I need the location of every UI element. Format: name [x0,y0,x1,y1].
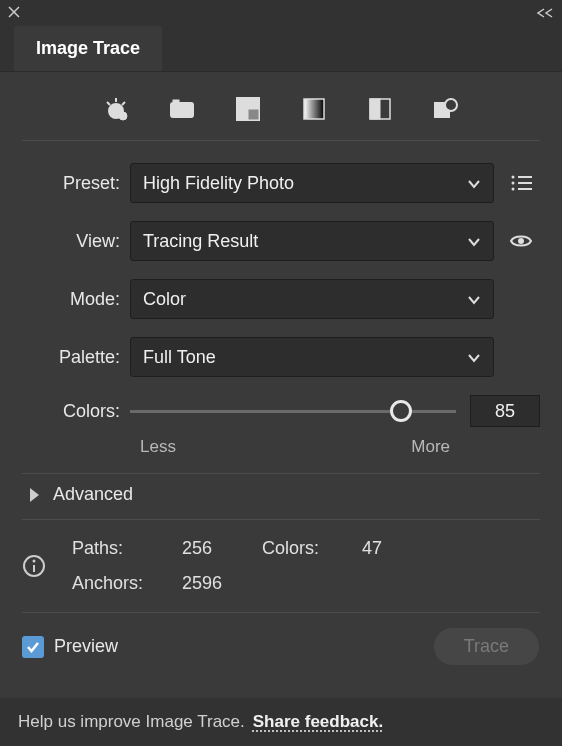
footer-text: Help us improve Image Trace. [18,712,245,732]
preset-label: Preset: [22,173,130,194]
advanced-toggle[interactable]: Advanced [22,474,540,519]
svg-point-20 [512,182,515,185]
anchors-value: 2596 [182,573,262,594]
preset-menu-icon[interactable] [502,175,540,191]
outline-icon[interactable] [431,96,461,122]
svg-rect-11 [237,98,248,109]
colors-value-input[interactable]: 85 [470,395,540,427]
anchors-label: Anchors: [72,573,182,594]
colors-label: Colors: [22,401,130,422]
collapse-icon[interactable] [536,5,554,21]
advanced-label: Advanced [53,484,133,505]
svg-rect-15 [370,99,380,119]
palette-select[interactable]: Full Tone [130,337,494,377]
grayscale-icon[interactable] [299,96,329,122]
eye-icon[interactable] [502,233,540,249]
palette-value: Full Tone [143,347,216,368]
chevron-down-icon [467,289,481,310]
trace-button[interactable]: Trace [433,627,540,666]
mode-select[interactable]: Color [130,279,494,319]
svg-rect-9 [173,100,179,103]
svg-line-4 [122,102,125,105]
svg-rect-12 [248,109,259,120]
high-color-icon[interactable] [167,96,197,122]
view-select[interactable]: Tracing Result [130,221,494,261]
view-value: Tracing Result [143,231,258,252]
slider-max-label: More [411,437,450,457]
info-colors-label: Colors: [262,538,362,559]
preview-checkbox[interactable] [22,636,44,658]
colors-slider[interactable] [130,400,456,422]
preset-value: High Fidelity Photo [143,173,294,194]
svg-point-6 [119,112,127,120]
chevron-down-icon [467,347,481,368]
close-icon[interactable] [8,5,20,21]
svg-rect-13 [304,99,324,119]
view-label: View: [22,231,130,252]
low-color-icon[interactable] [233,96,263,122]
chevron-down-icon [467,173,481,194]
tab-image-trace[interactable]: Image Trace [14,26,162,71]
chevron-down-icon [467,231,481,252]
info-icon [22,554,56,578]
black-white-icon[interactable] [365,96,395,122]
palette-label: Palette: [22,347,130,368]
paths-value: 256 [182,538,262,559]
mode-value: Color [143,289,186,310]
panel-titlebar [0,0,562,26]
image-trace-panel: Image Trace [0,0,562,746]
svg-line-5 [107,102,110,105]
disclosure-triangle-icon [30,488,39,502]
footer: Help us improve Image Trace. Share feedb… [0,698,562,746]
info-colors-value: 47 [362,538,412,559]
tab-row: Image Trace [0,26,562,72]
svg-point-8 [178,106,186,114]
share-feedback-link[interactable]: Share feedback. [253,712,383,732]
slider-min-label: Less [140,437,176,457]
svg-point-24 [518,238,524,244]
preview-label: Preview [54,636,118,657]
svg-point-18 [512,176,515,179]
svg-point-26 [33,560,36,563]
preset-select[interactable]: High Fidelity Photo [130,163,494,203]
preset-icon-toolbar [22,72,540,140]
svg-point-17 [445,99,457,111]
mode-label: Mode: [22,289,130,310]
paths-label: Paths: [72,538,182,559]
svg-point-22 [512,188,515,191]
slider-thumb[interactable] [390,400,412,422]
auto-color-icon[interactable] [101,96,131,122]
